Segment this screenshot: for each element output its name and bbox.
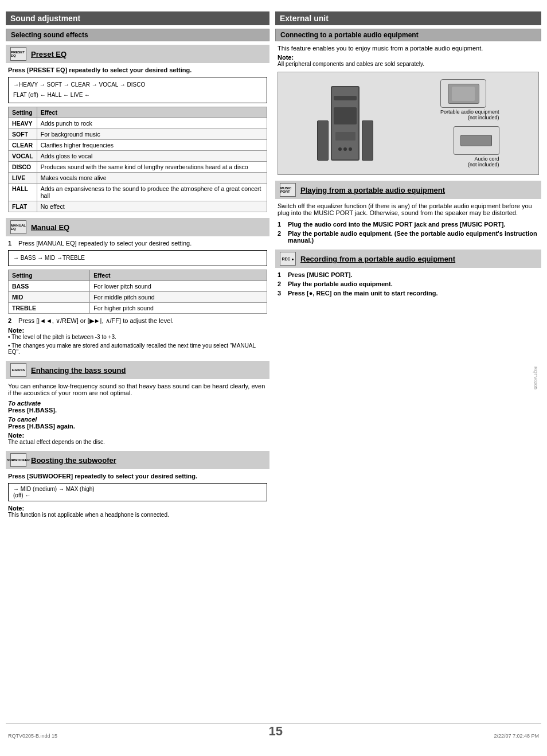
col-effect: Effect xyxy=(37,107,267,118)
connecting-note-text: All peripheral components and cables are… xyxy=(278,61,539,67)
hbass-body: You can enhance low-frequency sound so t… xyxy=(8,383,267,396)
setting-cell: MID xyxy=(9,292,90,303)
page-footer: RQTV0205-B.indd 15 15 2/22/07 7:02:48 PM xyxy=(6,723,541,739)
footer-right: 2/22/07 7:02:48 PM xyxy=(494,733,539,739)
manual-eq-table: Setting Effect BASSFor lower pitch sound… xyxy=(8,270,267,314)
setting-cell: BASS xyxy=(9,281,90,292)
setting-cell: LIVE xyxy=(9,173,37,184)
effect-cell: Adds gloss to vocal xyxy=(37,151,267,162)
recording-step2-item: 2 Play the portable audio equipment. xyxy=(278,280,539,287)
setting-cell: DISCO xyxy=(9,162,37,173)
setting-cell: CLEAR xyxy=(9,140,37,151)
connecting-body: This feature enables you to enjoy music … xyxy=(278,45,539,52)
effect-cell: Makes vocals more alive xyxy=(37,173,267,184)
center-unit-diagram xyxy=(331,86,360,161)
portable-device-diagram xyxy=(440,79,486,108)
manual-eq-icon: MANUAL EQ xyxy=(10,220,26,234)
effect-cell: For middle pitch sound xyxy=(90,292,267,303)
playing-step1-item: 1 Plug the audio cord into the MUSIC POR… xyxy=(278,221,539,228)
diagram-right-items: Portable audio equipment(not included) A… xyxy=(440,79,499,167)
footer-left: RQTV0205-B.indd 15 xyxy=(8,733,57,739)
manual-eq-content: 1 Press [MANUAL EQ] repeatedly to select… xyxy=(6,240,269,355)
page: Sound adjustment Selecting sound effects… xyxy=(0,0,547,756)
setting-cell: HALL xyxy=(9,184,37,201)
hbass-cancel-label: To cancel xyxy=(8,416,267,423)
playing-step2-item: 2 Play the portable audio equipment. (Se… xyxy=(278,230,539,244)
recording-step3: Press [●, REC] on the main unit to start… xyxy=(288,290,438,297)
recording-step2: Play the portable audio equipment. xyxy=(288,280,393,287)
hbass-icon: H.BASS xyxy=(10,363,26,377)
setting-cell: SOFT xyxy=(9,129,37,140)
playing-step1: Plug the audio cord into the MUSIC PORT … xyxy=(288,221,506,228)
hbass-title: Enhancing the bass sound xyxy=(31,366,126,375)
preset-eq-icon: PRESET EQ xyxy=(10,47,26,61)
manual-eq-note-label: Note: xyxy=(8,327,267,334)
preset-eq-flow: →HEAVY → SOFT → CLEAR → VOCAL → DISCO FL… xyxy=(8,77,267,103)
preset-eq-table: Setting Effect HEAVYAdds punch to rockSO… xyxy=(8,107,267,212)
portable-label: Portable audio equipment(not included) xyxy=(440,109,499,120)
table-row: TREBLEFor higher pitch sound xyxy=(9,303,267,314)
setting-cell: TREBLE xyxy=(9,303,90,314)
table-row: SOFTFor background music xyxy=(9,129,267,140)
effect-cell: Adds an expansiveness to the sound to pr… xyxy=(37,184,267,201)
recording-header: REC ● Recording from a portable audio eq… xyxy=(275,250,541,268)
preset-eq-content: Press [PRESET EQ] repeatedly to select y… xyxy=(6,67,269,212)
hbass-cancel-text: Press [H.BASS] again. xyxy=(8,423,267,430)
effect-cell: Clarifies higher frequencies xyxy=(37,140,267,151)
table-row: LIVEMakes vocals more alive xyxy=(9,173,267,184)
subwoofer-note-label: Note: xyxy=(8,505,267,512)
preset-eq-title: Preset EQ xyxy=(31,50,67,59)
connecting-note-label: Note: xyxy=(278,54,539,61)
setting-cell: HEAVY xyxy=(9,118,37,129)
table-row: DISCOProduces sound with the same kind o… xyxy=(9,162,267,173)
cord-label: Audio cord(not included) xyxy=(454,156,499,167)
selecting-sound-effects-header: Selecting sound effects xyxy=(6,29,269,41)
manual-eq-step2: Press [|◄◄, ∨/REW] or [▶►|, ∧/FF] to adj… xyxy=(18,317,174,325)
manual-eq-header: MANUAL EQ Manual EQ xyxy=(6,218,269,236)
playing-body: Switch off the equalizer function (if th… xyxy=(278,202,539,216)
effect-cell: No effect xyxy=(37,201,267,212)
connecting-header: Connecting to a portable audio equipment xyxy=(275,29,541,41)
manual-eq-note1: • The level of the pitch is between -3 t… xyxy=(8,334,267,340)
recording-step1: Press [MUSIC PORT]. xyxy=(288,271,352,278)
rec-icon: REC ● xyxy=(280,252,296,266)
playing-step2: Play the portable audio equipment. (See … xyxy=(288,230,539,244)
preset-eq-header: PRESET EQ Preset EQ xyxy=(6,45,269,63)
hbass-activate-label: To activate xyxy=(8,400,267,407)
right-speaker-diagram xyxy=(362,120,373,161)
hbass-content: You can enhance low-frequency sound so t… xyxy=(6,383,269,445)
connecting-diagram: Portable audio equipment(not included) A… xyxy=(278,72,539,175)
vertical-label: RQTV0205 xyxy=(533,367,538,389)
hbass-header: H.BASS Enhancing the bass sound xyxy=(6,361,269,379)
effect-cell: For background music xyxy=(37,129,267,140)
effect-cell: For higher pitch sound xyxy=(90,303,267,314)
col-setting: Setting xyxy=(9,107,37,118)
external-unit-title: External unit xyxy=(275,11,541,25)
effect-cell: For lower pitch sound xyxy=(90,281,267,292)
hbass-note-label: Note: xyxy=(8,432,267,439)
table-row: HALLAdds an expansiveness to the sound t… xyxy=(9,184,267,201)
recording-content: 1 Press [MUSIC PORT]. 2 Play the portabl… xyxy=(275,271,541,297)
playing-content: Switch off the equalizer function (if th… xyxy=(275,202,541,244)
subwoofer-content: Press [SUBWOOFER] repeatedly to select y… xyxy=(6,473,269,518)
setting-cell: FLAT xyxy=(9,201,37,212)
music-port-icon: MUSIC PORT xyxy=(280,183,296,197)
playing-header: MUSIC PORT Playing from a portable audio… xyxy=(275,181,541,199)
recording-step1-item: 1 Press [MUSIC PORT]. xyxy=(278,271,539,278)
effect-cell: Adds punch to rock xyxy=(37,118,267,129)
page-number: 15 xyxy=(269,724,283,739)
sound-adjustment-title: Sound adjustment xyxy=(6,11,269,25)
table-row: CLEARClarifies higher frequencies xyxy=(9,140,267,151)
subwoofer-note-text: This function is not applicable when a h… xyxy=(8,512,267,518)
table-row: BASSFor lower pitch sound xyxy=(9,281,267,292)
playing-title: Playing from a portable audio equipment xyxy=(300,186,445,194)
left-speaker-diagram xyxy=(317,120,329,161)
col-setting2: Setting xyxy=(9,270,90,281)
manual-eq-step2-item: 2 Press [|◄◄, ∨/REW] or [▶►|, ∧/FF] to a… xyxy=(8,317,267,325)
manual-eq-flow: → BASS → MID →TREBLE xyxy=(8,250,267,266)
col-effect2: Effect xyxy=(90,270,267,281)
left-column: Sound adjustment Selecting sound effects… xyxy=(6,11,269,718)
table-row: FLATNo effect xyxy=(9,201,267,212)
setting-cell: VOCAL xyxy=(9,151,37,162)
recording-step3-item: 3 Press [●, REC] on the main unit to sta… xyxy=(278,290,539,297)
